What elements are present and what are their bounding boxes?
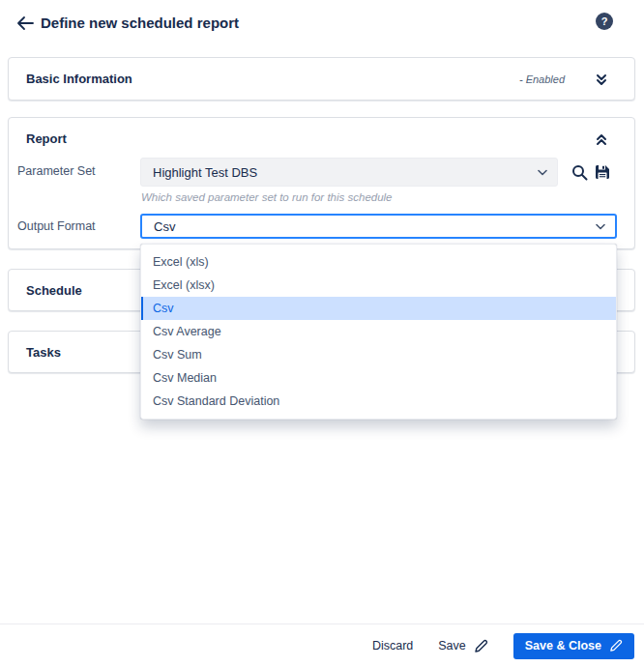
dropdown-option[interactable]: Csv Sum <box>141 343 616 366</box>
dropdown-option[interactable]: Csv Median <box>141 366 616 390</box>
parameter-set-select[interactable]: Highlight Test DBS <box>140 158 558 187</box>
save-and-close-label: Save & Close <box>525 639 601 652</box>
chevron-down-icon <box>596 223 605 230</box>
back-button[interactable] <box>14 12 37 35</box>
parameter-set-helper-text: Which saved parameter set to run for thi… <box>141 191 393 203</box>
arrow-left-icon <box>16 15 34 31</box>
dropdown-option[interactable]: Excel (xls) <box>141 250 616 274</box>
save-disk-icon <box>595 164 610 180</box>
dropdown-option[interactable]: Csv Standard Deviation <box>141 390 616 413</box>
search-icon <box>571 164 588 181</box>
basic-information-card: Basic Information - Enabled <box>8 57 635 101</box>
dropdown-option[interactable]: Csv <box>141 297 616 320</box>
output-format-value: Csv <box>142 219 596 234</box>
dropdown-option[interactable]: Csv Average <box>141 320 616 343</box>
save-and-close-button[interactable]: Save & Close <box>513 633 634 659</box>
help-icon[interactable]: ? <box>596 13 613 30</box>
discard-button[interactable]: Discard <box>372 639 413 652</box>
output-format-label: Output Format <box>17 219 96 233</box>
enabled-status-text: - Enabled <box>519 73 565 85</box>
pencil-icon <box>474 639 488 653</box>
report-header[interactable]: Report <box>9 118 634 160</box>
expand-section-button[interactable] <box>592 70 611 89</box>
dropdown-option[interactable]: Excel (xlsx) <box>141 274 616 297</box>
scheduled-report-page: Define new scheduled report ? Basic Info… <box>0 0 644 667</box>
double-chevron-down-icon <box>596 73 607 86</box>
save-parameter-set-button[interactable] <box>592 161 613 183</box>
parameter-set-label: Parameter Set <box>17 164 96 178</box>
section-title-schedule: Schedule <box>26 283 82 298</box>
section-title-tasks: Tasks <box>26 345 61 360</box>
output-format-select[interactable]: Csv <box>140 214 617 239</box>
save-button[interactable]: Save <box>438 639 488 653</box>
search-parameter-set-button[interactable] <box>569 161 590 183</box>
discard-label: Discard <box>372 639 413 652</box>
save-label: Save <box>438 639 466 652</box>
page-title: Define new scheduled report <box>41 14 239 31</box>
footer-actions: Discard Save Save & Close <box>0 624 644 667</box>
parameter-set-value: Highlight Test DBS <box>141 165 538 180</box>
section-title-report: Report <box>26 131 67 146</box>
collapse-section-button[interactable] <box>592 130 611 149</box>
chevron-down-icon <box>538 169 547 176</box>
page-header: Define new scheduled report ? <box>0 0 644 46</box>
basic-information-header[interactable]: Basic Information - Enabled <box>9 58 634 100</box>
double-chevron-up-icon <box>596 133 607 146</box>
output-format-dropdown: Excel (xls)Excel (xlsx)CsvCsv AverageCsv… <box>140 244 617 420</box>
pencil-icon <box>609 639 623 652</box>
section-title-basic-information: Basic Information <box>26 72 132 86</box>
